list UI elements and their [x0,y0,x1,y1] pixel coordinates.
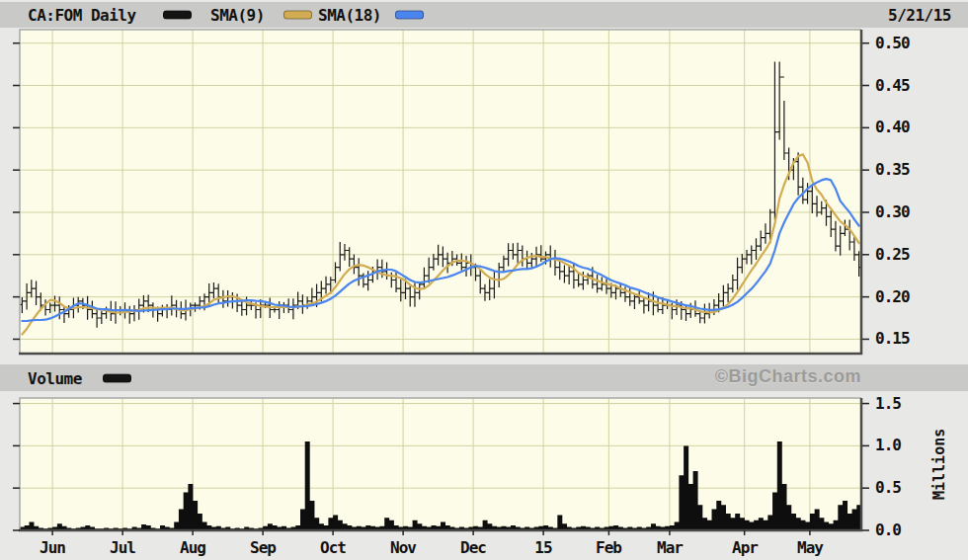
x-axis-month-label: Sep [235,538,290,557]
x-axis-month-label: Nov [375,538,431,557]
price-axis-label: 0.40 [875,118,910,136]
price-volume-chart [0,0,968,560]
x-axis-month-label: Aug [165,538,220,557]
price-axis-label: 0.45 [875,76,910,95]
x-axis-month-label: Feb [581,538,636,557]
price-axis-label: 0.15 [875,329,910,348]
volume-axis-label: 0.0 [875,520,901,539]
price-axis-label: 0.35 [875,160,910,179]
price-axis-label: 0.25 [875,245,910,264]
x-axis-month-label: Dec [445,538,501,557]
x-axis-month-label: 15 [516,538,571,557]
volume-axis-title: Millions [930,396,948,532]
x-axis-month-label: Jun [25,538,80,557]
x-axis-month-label: Jul [95,538,150,557]
x-axis-month-label: Apr [717,538,772,557]
volume-axis-label: 1.5 [875,394,901,413]
x-axis-month-label: Oct [305,538,361,557]
price-axis-label: 0.50 [875,34,910,52]
volume-axis-label: 1.0 [875,436,901,454]
volume-axis-label: 0.5 [875,478,901,497]
x-axis-month-label: May [782,538,838,557]
x-axis-month-label: Mar [642,538,697,557]
price-axis-label: 0.20 [875,287,910,306]
price-axis-label: 0.30 [875,202,910,221]
